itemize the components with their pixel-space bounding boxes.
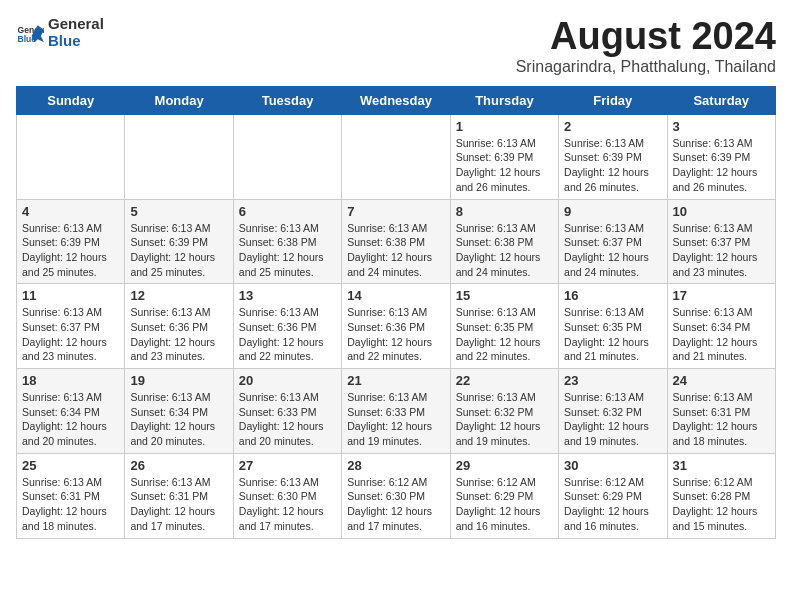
calendar-cell: 7Sunrise: 6:13 AM Sunset: 6:38 PM Daylig… <box>342 199 450 284</box>
day-number: 18 <box>22 373 119 388</box>
day-detail: Sunrise: 6:13 AM Sunset: 6:36 PM Dayligh… <box>130 305 227 364</box>
header-thursday: Thursday <box>450 86 558 114</box>
header-monday: Monday <box>125 86 233 114</box>
calendar-cell: 29Sunrise: 6:12 AM Sunset: 6:29 PM Dayli… <box>450 453 558 538</box>
calendar-cell: 10Sunrise: 6:13 AM Sunset: 6:37 PM Dayli… <box>667 199 775 284</box>
day-detail: Sunrise: 6:13 AM Sunset: 6:31 PM Dayligh… <box>673 390 770 449</box>
week-row-1: 1Sunrise: 6:13 AM Sunset: 6:39 PM Daylig… <box>17 114 776 199</box>
day-detail: Sunrise: 6:13 AM Sunset: 6:38 PM Dayligh… <box>239 221 336 280</box>
day-number: 20 <box>239 373 336 388</box>
day-number: 22 <box>456 373 553 388</box>
day-detail: Sunrise: 6:12 AM Sunset: 6:30 PM Dayligh… <box>347 475 444 534</box>
day-detail: Sunrise: 6:12 AM Sunset: 6:28 PM Dayligh… <box>673 475 770 534</box>
day-number: 12 <box>130 288 227 303</box>
header: General Blue General Blue August 2024 Sr… <box>16 16 776 76</box>
calendar-cell: 9Sunrise: 6:13 AM Sunset: 6:37 PM Daylig… <box>559 199 667 284</box>
calendar-cell: 4Sunrise: 6:13 AM Sunset: 6:39 PM Daylig… <box>17 199 125 284</box>
calendar-cell: 3Sunrise: 6:13 AM Sunset: 6:39 PM Daylig… <box>667 114 775 199</box>
header-saturday: Saturday <box>667 86 775 114</box>
calendar-cell: 27Sunrise: 6:13 AM Sunset: 6:30 PM Dayli… <box>233 453 341 538</box>
day-detail: Sunrise: 6:13 AM Sunset: 6:39 PM Dayligh… <box>22 221 119 280</box>
day-number: 5 <box>130 204 227 219</box>
day-detail: Sunrise: 6:13 AM Sunset: 6:38 PM Dayligh… <box>347 221 444 280</box>
calendar-cell: 22Sunrise: 6:13 AM Sunset: 6:32 PM Dayli… <box>450 369 558 454</box>
day-detail: Sunrise: 6:13 AM Sunset: 6:37 PM Dayligh… <box>673 221 770 280</box>
calendar-cell: 20Sunrise: 6:13 AM Sunset: 6:33 PM Dayli… <box>233 369 341 454</box>
day-number: 3 <box>673 119 770 134</box>
calendar-cell: 25Sunrise: 6:13 AM Sunset: 6:31 PM Dayli… <box>17 453 125 538</box>
day-detail: Sunrise: 6:13 AM Sunset: 6:39 PM Dayligh… <box>456 136 553 195</box>
day-number: 13 <box>239 288 336 303</box>
day-number: 24 <box>673 373 770 388</box>
calendar-cell: 17Sunrise: 6:13 AM Sunset: 6:34 PM Dayli… <box>667 284 775 369</box>
day-number: 31 <box>673 458 770 473</box>
day-number: 17 <box>673 288 770 303</box>
day-number: 6 <box>239 204 336 219</box>
day-number: 19 <box>130 373 227 388</box>
logo-blue: Blue <box>48 32 81 49</box>
day-number: 26 <box>130 458 227 473</box>
calendar-cell: 8Sunrise: 6:13 AM Sunset: 6:38 PM Daylig… <box>450 199 558 284</box>
day-number: 11 <box>22 288 119 303</box>
location-subtitle: Srinagarindra, Phatthalung, Thailand <box>516 58 776 76</box>
week-row-3: 11Sunrise: 6:13 AM Sunset: 6:37 PM Dayli… <box>17 284 776 369</box>
day-detail: Sunrise: 6:13 AM Sunset: 6:32 PM Dayligh… <box>456 390 553 449</box>
calendar-cell: 15Sunrise: 6:13 AM Sunset: 6:35 PM Dayli… <box>450 284 558 369</box>
month-year-title: August 2024 <box>516 16 776 58</box>
day-detail: Sunrise: 6:13 AM Sunset: 6:33 PM Dayligh… <box>347 390 444 449</box>
header-sunday: Sunday <box>17 86 125 114</box>
day-detail: Sunrise: 6:13 AM Sunset: 6:39 PM Dayligh… <box>130 221 227 280</box>
day-detail: Sunrise: 6:13 AM Sunset: 6:31 PM Dayligh… <box>130 475 227 534</box>
day-number: 29 <box>456 458 553 473</box>
day-detail: Sunrise: 6:13 AM Sunset: 6:35 PM Dayligh… <box>564 305 661 364</box>
day-number: 16 <box>564 288 661 303</box>
header-tuesday: Tuesday <box>233 86 341 114</box>
calendar-cell <box>125 114 233 199</box>
title-area: August 2024 Srinagarindra, Phatthalung, … <box>516 16 776 76</box>
day-detail: Sunrise: 6:13 AM Sunset: 6:38 PM Dayligh… <box>456 221 553 280</box>
calendar-cell: 14Sunrise: 6:13 AM Sunset: 6:36 PM Dayli… <box>342 284 450 369</box>
day-detail: Sunrise: 6:13 AM Sunset: 6:37 PM Dayligh… <box>22 305 119 364</box>
calendar-cell: 24Sunrise: 6:13 AM Sunset: 6:31 PM Dayli… <box>667 369 775 454</box>
day-detail: Sunrise: 6:13 AM Sunset: 6:36 PM Dayligh… <box>239 305 336 364</box>
calendar-cell: 23Sunrise: 6:13 AM Sunset: 6:32 PM Dayli… <box>559 369 667 454</box>
calendar-cell: 26Sunrise: 6:13 AM Sunset: 6:31 PM Dayli… <box>125 453 233 538</box>
logo-general: General <box>48 15 104 32</box>
day-detail: Sunrise: 6:13 AM Sunset: 6:36 PM Dayligh… <box>347 305 444 364</box>
day-detail: Sunrise: 6:13 AM Sunset: 6:34 PM Dayligh… <box>130 390 227 449</box>
calendar-header-row: SundayMondayTuesdayWednesdayThursdayFrid… <box>17 86 776 114</box>
day-number: 9 <box>564 204 661 219</box>
calendar-cell <box>17 114 125 199</box>
week-row-4: 18Sunrise: 6:13 AM Sunset: 6:34 PM Dayli… <box>17 369 776 454</box>
day-number: 27 <box>239 458 336 473</box>
day-detail: Sunrise: 6:13 AM Sunset: 6:30 PM Dayligh… <box>239 475 336 534</box>
day-detail: Sunrise: 6:13 AM Sunset: 6:34 PM Dayligh… <box>673 305 770 364</box>
header-friday: Friday <box>559 86 667 114</box>
day-number: 30 <box>564 458 661 473</box>
day-detail: Sunrise: 6:13 AM Sunset: 6:32 PM Dayligh… <box>564 390 661 449</box>
day-number: 25 <box>22 458 119 473</box>
calendar-cell: 30Sunrise: 6:12 AM Sunset: 6:29 PM Dayli… <box>559 453 667 538</box>
calendar-cell: 31Sunrise: 6:12 AM Sunset: 6:28 PM Dayli… <box>667 453 775 538</box>
week-row-5: 25Sunrise: 6:13 AM Sunset: 6:31 PM Dayli… <box>17 453 776 538</box>
calendar-table: SundayMondayTuesdayWednesdayThursdayFrid… <box>16 86 776 539</box>
day-detail: Sunrise: 6:13 AM Sunset: 6:31 PM Dayligh… <box>22 475 119 534</box>
day-detail: Sunrise: 6:13 AM Sunset: 6:39 PM Dayligh… <box>564 136 661 195</box>
day-detail: Sunrise: 6:12 AM Sunset: 6:29 PM Dayligh… <box>564 475 661 534</box>
header-wednesday: Wednesday <box>342 86 450 114</box>
logo-icon: General Blue <box>16 19 44 47</box>
calendar-cell: 11Sunrise: 6:13 AM Sunset: 6:37 PM Dayli… <box>17 284 125 369</box>
day-detail: Sunrise: 6:13 AM Sunset: 6:34 PM Dayligh… <box>22 390 119 449</box>
calendar-cell <box>342 114 450 199</box>
day-number: 23 <box>564 373 661 388</box>
day-detail: Sunrise: 6:13 AM Sunset: 6:33 PM Dayligh… <box>239 390 336 449</box>
day-number: 4 <box>22 204 119 219</box>
day-detail: Sunrise: 6:12 AM Sunset: 6:29 PM Dayligh… <box>456 475 553 534</box>
logo: General Blue General Blue <box>16 16 104 49</box>
day-number: 14 <box>347 288 444 303</box>
day-number: 1 <box>456 119 553 134</box>
day-number: 21 <box>347 373 444 388</box>
day-number: 8 <box>456 204 553 219</box>
calendar-cell: 1Sunrise: 6:13 AM Sunset: 6:39 PM Daylig… <box>450 114 558 199</box>
calendar-cell: 21Sunrise: 6:13 AM Sunset: 6:33 PM Dayli… <box>342 369 450 454</box>
